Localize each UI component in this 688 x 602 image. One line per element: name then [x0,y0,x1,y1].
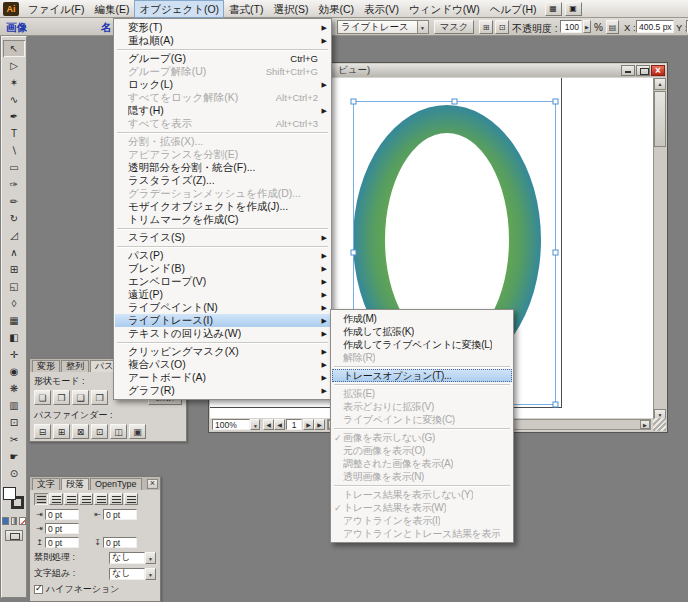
indent-input[interactable]: 0 pt [45,509,79,520]
menu-item[interactable]: グラフ(R) [115,384,330,397]
menu-item[interactable]: 変形(T) [115,21,330,34]
zoom-level-field[interactable]: 100% [212,419,250,430]
justify-all-button[interactable] [124,493,138,505]
pathfinder-merge-button[interactable]: ⊠ [72,424,89,439]
justify-left-button[interactable] [79,493,93,505]
align-center-button[interactable] [49,493,63,505]
opacity-popup-arrow-icon[interactable]: ▶ [583,20,591,33]
hyphenation-checkbox[interactable] [34,585,43,594]
restore-button[interactable] [636,65,650,76]
menu-item[interactable]: ブレンド(B) [115,262,330,275]
chevron-down-icon[interactable] [145,552,156,564]
align-panel-icon[interactable]: ▤ [606,20,619,34]
menu-item[interactable]: トリムマークを作成(C) [115,213,330,226]
submenu-item[interactable]: トレース結果を表示(W) [332,501,512,514]
paintbrush-tool[interactable]: ✑ [3,176,25,193]
menu-item[interactable]: 複合パス(O) [115,358,330,371]
pathfinder-crop-button[interactable]: ⊡ [91,424,108,439]
menu-item[interactable]: すべてをロック解除(K) Alt+Ctrl+2 [115,91,330,104]
slice-tool[interactable]: ✂ [3,431,25,448]
menu-item[interactable]: グループ解除(U) Shift+Ctrl+G [115,65,330,78]
close-button[interactable] [651,65,665,76]
menu-item[interactable]: パス(P) [115,249,330,262]
menu-item[interactable]: スライス(S) [115,231,330,244]
panel-close-icon[interactable] [147,479,158,489]
submenu-item[interactable]: アウトラインを表示(I) [332,514,512,527]
last-artboard-button[interactable]: ▶ [314,419,325,430]
shape-mode-exclude-button[interactable]: ❒ [91,390,108,405]
submenu-item[interactable]: ライブペイントに変換(C) [332,413,512,426]
none-mode-button[interactable] [19,517,26,525]
submenu-item[interactable]: 解除(R) [332,351,512,364]
x-coordinate-input[interactable]: 400.5 px [636,20,674,33]
type-tool[interactable]: T [3,125,25,142]
scroll-right-icon[interactable]: ▶ [640,420,650,429]
indent-input[interactable]: 0 pt [103,509,137,520]
indent-input[interactable]: 0 pt [45,537,79,548]
submenu-item[interactable]: 元の画像を表示(O) [332,444,512,457]
justify-center-button[interactable] [94,493,108,505]
menu-item[interactable]: モザイクオブジェクトを作成(J)... [115,200,330,213]
menu-item[interactable]: 重ね順(A) [115,34,330,47]
kinsoku-dropdown[interactable]: なし [109,552,156,564]
shape-mode-unite-button[interactable]: ❏ [34,390,51,405]
menubar-item[interactable]: ファイル(F) [23,0,89,18]
menu-item[interactable]: グループ(G) Ctrl+G [115,52,330,65]
menu-item[interactable]: アピアランスを分割(E) [115,148,330,161]
menubar-item[interactable]: 選択(S) [268,0,313,18]
shape-mode-intersect-button[interactable]: ❑ [72,390,89,405]
pencil-tool[interactable]: ✏ [3,193,25,210]
menubar-item[interactable]: 表示(V) [359,0,404,18]
width-tool[interactable]: ∧ [3,244,25,261]
resize-grip[interactable] [653,418,666,431]
graph-tool[interactable]: ▥ [3,397,25,414]
screen-mode-button[interactable] [5,530,23,541]
blend-tool[interactable]: ◉ [3,363,25,380]
hand-tool[interactable]: ☛ [3,448,25,465]
submenu-item[interactable]: アウトラインとトレース結果を表示(U) [332,527,512,540]
zoom-dropdown-icon[interactable] [250,419,260,430]
indent-input[interactable]: 0 pt [103,537,137,548]
vertical-scrollbar[interactable]: ▲ ▼ [653,78,666,421]
selection-tool[interactable]: ↖ [3,40,25,57]
previous-artboard-button[interactable]: ◀ [274,419,285,430]
arrange-documents-icon[interactable]: ▣ [565,2,582,16]
shape-mode-minus-front-button[interactable]: ❐ [53,390,70,405]
magic-wand-tool[interactable]: ✶ [3,74,25,91]
panel-tab[interactable]: 変形 [32,360,60,372]
menu-item[interactable]: すべてを表示 Alt+Ctrl+3 [115,117,330,130]
menubar-item[interactable]: 効果(C) [313,0,359,18]
justify-right-button[interactable] [109,493,123,505]
menu-item[interactable]: グラデーションメッシュを作成(D)... [115,187,330,200]
fill-swatch[interactable] [3,487,16,500]
zoom-tool[interactable]: ⊙ [3,465,25,482]
menu-item[interactable]: テキストの回り込み(W) [115,327,330,340]
submenu-item[interactable]: 作成してライブペイントに変換(L) [332,338,512,351]
vertical-scroll-thumb[interactable] [654,91,666,147]
minimize-button[interactable] [621,65,635,76]
lasso-tool[interactable]: ∿ [3,91,25,108]
menu-item[interactable]: 遠近(P) [115,288,330,301]
mojikumi-dropdown[interactable]: なし [109,568,156,580]
panel-tab[interactable]: 段落 [61,478,89,490]
align-left-button[interactable] [34,493,48,505]
symbol-sprayer-tool[interactable]: ❋ [3,380,25,397]
menubar-item[interactable]: 書式(T) [224,0,268,18]
artboard-number-field[interactable]: 1 [286,419,302,430]
chevron-down-icon[interactable] [145,568,156,580]
scroll-up-icon[interactable]: ▲ [654,78,666,90]
trace-preset-dropdown[interactable]: ライブトレース [337,20,429,34]
menu-item[interactable]: クリッピングマスク(X) [115,345,330,358]
pen-tool[interactable]: ✒ [3,108,25,125]
submenu-item[interactable]: 調整された画像を表示(A) [332,457,512,470]
submenu-item[interactable]: 表示どおりに拡張(V) [332,400,512,413]
menubar-item[interactable]: ヘルプ(H) [485,0,542,18]
shape-builder-tool[interactable]: ◱ [3,278,25,295]
menu-item[interactable]: 透明部分を分割・統合(F)... [115,161,330,174]
pathfinder-minus-back-button[interactable]: ▣ [129,424,146,439]
pathfinder-trim-button[interactable]: ⊞ [53,424,70,439]
menu-item[interactable]: ラスタライズ(Z)... [115,174,330,187]
bridge-icon[interactable]: ▦ [545,2,562,16]
menubar-item[interactable]: オブジェクト(O) [134,0,224,18]
pathfinder-divide-button[interactable]: ⊟ [34,424,51,439]
